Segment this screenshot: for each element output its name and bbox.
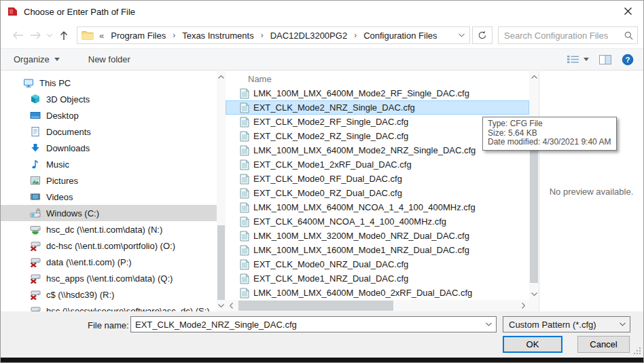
sidebar-item-music[interactable]: Music [1,156,217,172]
up-arrow-icon [60,31,68,41]
scroll-up-icon[interactable] [217,72,226,82]
sidebar-item-c-hsdc39-r[interactable]: c$ (\\hsdc39) (R:) [1,286,217,303]
cfg-file-icon [240,174,249,185]
breadcrumb-item-dac12dl3200pg2[interactable]: DAC12DL3200PG2 [266,31,351,41]
scroll-down-icon[interactable] [217,301,226,311]
sidebar-item-hsc-dc-ent-ti-com-data-n[interactable]: hsc_dc (\\ent.ti.com\data) (N:) [1,221,217,237]
cfg-file-icon [240,259,249,270]
new-folder-button[interactable]: New folder [88,54,130,64]
organize-button[interactable]: Organize [14,54,60,64]
sidebar-scrollbar-thumb[interactable] [217,225,225,300]
forward-arrow-icon [30,31,41,39]
help-button[interactable]: ? [622,54,634,66]
help-icon: ? [622,54,634,66]
breadcrumb-separator[interactable]: › [258,31,266,40]
video-icon [30,191,41,202]
sidebar-item-documents[interactable]: Documents [1,123,217,140]
sidebar-item-hsc-apps-ent-ti-com-data-q[interactable]: hsc_apps (\\ent.ti.com\data) (Q:) [1,270,217,286]
scroll-left-icon[interactable] [226,300,236,311]
tooltip-type: Type: CFG File [488,119,611,129]
sidebar-item-windows-c[interactable]: Windows (C:) [1,205,217,221]
dialog-footer: File name: Custom Pattern (*.cfg) OK Can… [1,311,643,359]
file-row[interactable]: EXT_CLK_Mode0_RZ_Dual_DAC.cfg [226,186,529,200]
organize-label: Organize [14,54,50,64]
change-view-button[interactable] [567,55,589,64]
ok-button[interactable]: OK [503,336,562,353]
file-row[interactable]: LMK_100M_LMX_1600M_Mode1_NRZ_Dual_DAC.cf… [226,243,529,257]
file-row[interactable]: LMK_100M_LMX_6400M_Mode2_RF_Single_DAC.c… [226,86,529,100]
sidebar-item-data-ent-ti-com-p[interactable]: data (\\ent.ti.com) (P:) [1,254,217,270]
sidebar-item-videos[interactable]: Videos [1,189,217,205]
file-name-label: File name: [88,320,129,330]
scrollbar-corner [529,300,539,311]
cfg-file-icon [240,245,249,256]
breadcrumb-item-texas-instruments[interactable]: Texas Instruments [178,31,258,41]
breadcrumb-item-configuration-files[interactable]: Configuration Files [359,31,441,41]
file-name: EXT_CLK_Mode2_NRZ_Single_DAC.cfg [253,102,415,113]
file-row[interactable]: EXT_CLK_Mode0_NRZ_Dual_DAC.cfg [226,257,529,271]
breadcrumb-item-program-files[interactable]: Program Files [107,31,170,41]
horizontal-scrollbar-thumb[interactable] [238,301,393,311]
sidebar-item-downloads[interactable]: Downloads [1,140,217,156]
file-name: EXT_CLK_6400M_NCOA_1_4_100_400MHz.cfg [253,216,446,227]
sidebar-item-dc-hsc-ent-ti-com-portfolio-o[interactable]: dc-hsc (\\ent.ti.com\portfolio) (O:) [1,237,217,254]
list-view-icon [567,55,579,64]
forward-button[interactable] [26,26,44,44]
refresh-button[interactable] [472,26,493,44]
file-row[interactable]: EXT_CLK_Mode1_NRZ_Dual_DAC.cfg [226,271,529,286]
file-list-horizontal-scrollbar[interactable] [226,300,529,311]
preview-pane-button[interactable] [599,55,611,64]
file-name-input[interactable] [131,320,481,330]
file-type-dropdown-button[interactable] [615,317,630,332]
breadcrumb-overflow[interactable]: « [95,31,107,41]
column-header-name[interactable]: Name [226,71,539,86]
up-button[interactable] [55,26,73,44]
recent-locations-button[interactable] [44,26,55,44]
file-list-scrollbar-thumb[interactable] [530,137,538,283]
file-row[interactable]: EXT_CLK_Mode0_RF_Dual_DAC.cfg [226,172,529,186]
cfg-file-icon [240,117,249,128]
resize-grip[interactable] [632,345,641,358]
folder-icon [82,31,94,40]
search-icon[interactable] [620,31,637,40]
close-button[interactable] [613,1,643,22]
file-name-dropdown-button[interactable] [481,317,496,332]
sidebar-item-3d-objects[interactable]: 3D Objects [1,91,217,107]
file-row[interactable]: LMK_100M_LMX_6400M_NCOA_1_4_100_400MHz.c… [226,200,529,214]
file-name: LMK_100M_LMX_6400M_NCOA_1_4_100_400MHz.c… [253,202,476,212]
back-button[interactable] [9,26,26,44]
cancel-button[interactable]: Cancel [577,336,630,353]
sidebar-item-this-pc[interactable]: This PC [1,75,217,91]
file-type-select[interactable]: Custom Pattern (*.cfg) [503,316,630,332]
chevron-down-icon [620,322,626,326]
cfg-file-icon [240,88,249,99]
window-bottom-edge [1,358,643,362]
file-row[interactable]: LMK_100M_LMX_3200M_Mode0_NRZ_Dual_DAC.cf… [226,229,529,243]
sidebar-item-label: data (\\ent.ti.com) (P:) [46,257,132,267]
breadcrumb-separator[interactable]: › [170,31,178,40]
file-name: EXT_CLK_Mode0_RZ_Dual_DAC.cfg [253,188,402,198]
sidebar-item-hsc-secsw-secure-software-asc-dc-s[interactable]: hsc (\\secsw\secure\software\asc_dc) (S:… [1,303,217,311]
file-dialog-window: Choose or Enter Path of File « Program F… [0,0,644,363]
scroll-down-icon[interactable] [529,289,539,299]
sidebar-item-desktop[interactable]: Desktop [1,107,217,123]
scroll-up-icon[interactable] [529,72,539,82]
file-row[interactable]: LMK_100M_LMX_6400M_Mode0_2xRF_Dual_DAC.c… [226,286,529,300]
address-dropdown-button[interactable] [453,33,469,37]
sidebar-item-pictures[interactable]: Pictures [1,172,217,189]
refresh-icon [478,31,487,40]
breadcrumb-separator[interactable]: › [351,31,359,40]
cfg-file-icon [240,159,249,170]
cfg-file-icon [240,188,249,199]
sidebar-scrollbar[interactable] [217,71,226,311]
file-list-vertical-scrollbar[interactable] [529,71,539,300]
cfg-file-icon [240,231,249,242]
address-bar[interactable]: « Program Files›Texas Instruments›DAC12D… [77,26,470,44]
file-row[interactable]: EXT_CLK_6400M_NCOA_1_4_100_400MHz.cfg [226,214,529,229]
search-input[interactable] [499,31,620,41]
file-row[interactable]: EXT_CLK_Mode2_NRZ_Single_DAC.cfg [226,100,529,115]
file-row[interactable]: EXT_CLK_Mode1_2xRF_Dual_DAC.cfg [226,157,529,172]
scroll-right-icon[interactable] [518,300,529,311]
sidebar-list: This PC 3D Objects Desktop Documents Dow… [1,71,217,311]
app-icon [7,6,18,17]
